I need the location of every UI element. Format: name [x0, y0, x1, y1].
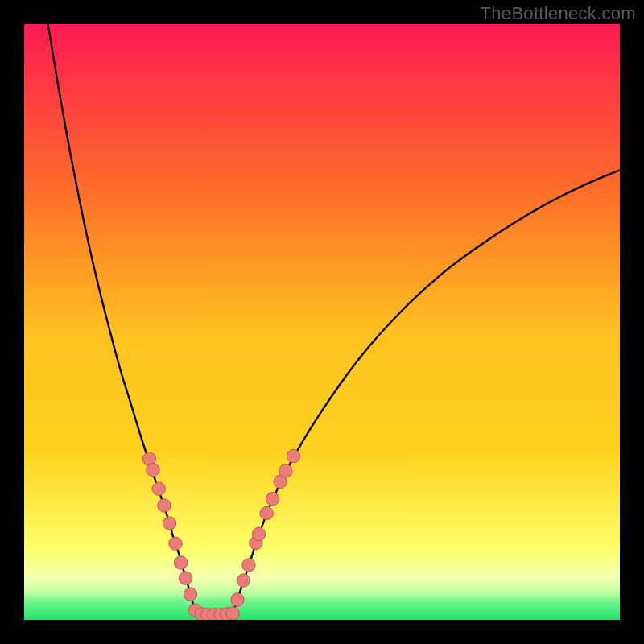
- highlight-dot: [242, 559, 255, 572]
- highlight-dot: [252, 527, 265, 540]
- highlight-dot: [169, 537, 182, 550]
- highlight-dot: [158, 499, 171, 512]
- highlight-dot: [231, 593, 244, 606]
- highlight-dot: [237, 574, 250, 587]
- highlight-dot: [279, 464, 292, 477]
- highlight-dot: [174, 556, 187, 569]
- outer-frame: TheBottleneck.com: [0, 0, 644, 644]
- highlight-dot: [266, 493, 279, 506]
- plot-area: [24, 24, 620, 620]
- highlight-dots-group: [142, 449, 299, 620]
- highlight-dot: [260, 506, 273, 519]
- watermark-text: TheBottleneck.com: [481, 3, 636, 24]
- highlight-dot: [163, 517, 175, 530]
- highlight-dot: [226, 607, 239, 620]
- highlight-dot: [147, 463, 159, 476]
- chart-svg: [24, 24, 620, 620]
- highlight-dot: [287, 449, 299, 462]
- bottleneck-curve: [48, 24, 620, 615]
- highlight-dot: [152, 482, 165, 495]
- highlight-dot: [184, 588, 196, 601]
- highlight-dot: [179, 572, 192, 584]
